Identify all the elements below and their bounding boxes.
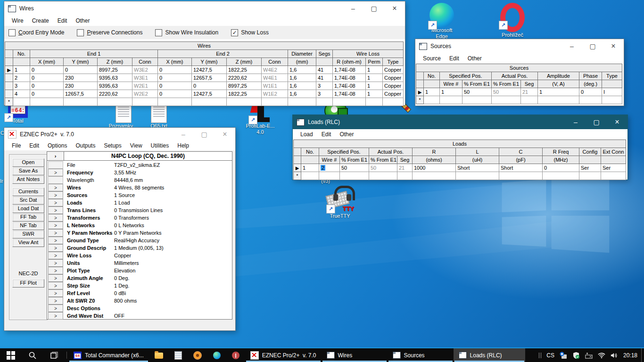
maximize-button[interactable]: ▢ — [586, 115, 607, 129]
group-header-row: No. End 1 End 2 Diameter Segs Wire Loss — [5, 50, 404, 58]
checkbox-preserve-connections[interactable]: Preserve Connections — [77, 29, 142, 36]
save-as-button[interactable]: Save As — [12, 167, 44, 175]
icon-label: ProfiLab-E... — [240, 123, 281, 129]
touch-keyboard-icon[interactable] — [585, 352, 593, 359]
defender-icon[interactable] — [572, 352, 580, 359]
taskbar-edge[interactable] — [207, 348, 226, 362]
ff-tab-button[interactable]: FF Tab — [12, 213, 44, 222]
desktop-icon-edge[interactable]: ↗ Microsoft Edge — [421, 3, 462, 40]
wires-titlebar[interactable]: Wires – ▢ × — [4, 1, 405, 16]
wires-toolbar: Coord Entry Mode Preserve Connections Sh… — [4, 26, 405, 39]
start-button[interactable] — [0, 348, 22, 362]
menu-setups[interactable]: Setups — [99, 142, 125, 149]
taskbar-file-explorer[interactable] — [149, 348, 169, 362]
open-button[interactable]: Open — [12, 158, 44, 167]
maximize-button[interactable]: ▢ — [194, 128, 215, 141]
shortcut-arrow-icon: ↗ — [428, 21, 437, 30]
param-row-plot-type: >Plot TypeElevation — [47, 266, 232, 274]
desktop-icon-truetty[interactable]: TTY ↗ TrueTTY — [320, 186, 360, 219]
antenna-description[interactable]: N4PC Loop (CQ, Dec. 1990) — [64, 152, 232, 160]
menu-edit[interactable]: Edit — [317, 131, 336, 138]
update-tray-icon[interactable] — [560, 352, 567, 359]
param-row-alt-swr-z0: >Alt SWR Z0800 ohms — [47, 296, 232, 304]
icon-label: Prohlížeč — [492, 32, 533, 38]
menu-source[interactable]: Source — [419, 55, 445, 62]
checkbox-show-loss[interactable]: ✓Show Loss — [231, 29, 269, 36]
clock[interactable]: 20:18 — [623, 352, 637, 359]
menu-other[interactable]: Other — [71, 17, 94, 24]
task-view-button[interactable] — [43, 348, 65, 362]
close-button[interactable]: × — [607, 115, 627, 129]
menu-other[interactable]: Other — [335, 131, 358, 138]
eznec-titlebar[interactable]: EZNEC Pro/2+ v. 7.0 – ▢ × — [4, 128, 235, 141]
menu-help[interactable]: Help — [173, 142, 193, 149]
icon-label: TrueTTY — [320, 213, 360, 219]
search-button[interactable] — [22, 348, 43, 362]
menu-load[interactable]: Load — [296, 131, 317, 138]
description-chevron-button[interactable]: › — [47, 152, 64, 160]
load-dat-button[interactable]: Load Dat — [12, 205, 44, 213]
checkbox-icon — [77, 29, 84, 36]
menu-edit[interactable]: Edit — [53, 17, 72, 24]
taskbar-compass-app[interactable] — [188, 348, 207, 362]
form-icon — [459, 352, 467, 359]
loads-titlebar[interactable]: Loads (RLC) – ▢ × — [293, 115, 627, 129]
maximize-button[interactable]: ▢ — [582, 39, 603, 53]
menu-wire[interactable]: Wire — [8, 17, 28, 24]
taskbar-sources[interactable]: Sources — [388, 348, 454, 362]
menu-outputs[interactable]: Outputs — [71, 142, 99, 149]
minimize-button[interactable]: – — [565, 115, 586, 129]
checkbox-coord-entry-mode[interactable]: Coord Entry Mode — [8, 29, 64, 36]
close-button[interactable]: × — [603, 39, 624, 53]
menu-file[interactable]: File — [8, 142, 25, 149]
checkbox-icon — [8, 29, 16, 36]
close-button[interactable]: × — [215, 128, 235, 141]
menu-create[interactable]: Create — [28, 17, 53, 24]
minimize-button[interactable]: – — [173, 128, 194, 141]
show-desktop-button[interactable] — [641, 348, 644, 362]
loads-table: Loads No. Specified Pos. Actual Pos. R L… — [293, 140, 626, 180]
nf-tab-button[interactable]: NF Tab — [12, 222, 44, 230]
src-dat-button[interactable]: Src Dat — [12, 196, 44, 205]
menu-other[interactable]: Other — [463, 55, 486, 62]
menu-edit[interactable]: Edit — [445, 55, 463, 62]
checkbox-show-wire-insulation[interactable]: Show Wire Insulation — [155, 29, 218, 36]
param-row-ref-level: >Ref Level0 dBi — [47, 289, 232, 296]
taskbar-wires[interactable]: Wires — [322, 348, 388, 362]
taskbar-total-commander[interactable]: Total Commander (x6... — [68, 348, 149, 362]
maximize-button[interactable]: ▢ — [363, 1, 384, 16]
menu-view[interactable]: View — [126, 142, 147, 149]
param-row-step-size: >Step Size1 Deg. — [47, 281, 232, 289]
taskbar-notepad[interactable] — [169, 348, 188, 362]
taskbar-loads[interactable]: Loads (RLC) — [454, 348, 525, 362]
eznec-body: Open Save As Ant Notes Currents Src Dat … — [4, 150, 235, 330]
menu-utilities[interactable]: Utilities — [147, 142, 173, 149]
close-button[interactable]: × — [384, 1, 405, 16]
minimize-button[interactable]: – — [561, 39, 582, 53]
current-row-marker: ▶ — [294, 164, 301, 172]
desktop-icon-poznamky[interactable]: Poznamky.... — [103, 104, 144, 129]
view-ant-button[interactable]: View Ant — [12, 239, 44, 247]
ant-notes-button[interactable]: Ant Notes — [12, 175, 44, 184]
param-row-file: FileT2FD_v2_sikma.EZ — [47, 161, 232, 168]
minimize-button[interactable]: – — [343, 1, 363, 16]
language-indicator[interactable]: CS — [546, 352, 554, 359]
volume-icon[interactable] — [611, 352, 618, 359]
hidden-icons-chevron[interactable] — [539, 353, 541, 358]
group-header-row: No. Specified Pos. Actual Pos. Amplitude… — [416, 72, 622, 80]
taskbar-radio-app[interactable] — [226, 348, 245, 362]
ff-plot-button[interactable]: FF Plot — [12, 279, 44, 288]
menu-edit[interactable]: Edit — [25, 142, 43, 149]
desktop-icon-q65[interactable]: Q65.txt — [139, 104, 179, 129]
sources-titlebar[interactable]: Sources – ▢ × — [415, 39, 624, 53]
table-row: ▶ 1008997,25W3E2012427,51822,25W4E21,641… — [5, 66, 404, 74]
menu-options[interactable]: Options — [43, 142, 71, 149]
new-row-marker: * — [5, 98, 13, 106]
swr-button[interactable]: SWR — [12, 230, 44, 239]
desktop-icon-opera[interactable]: ↗ Prohlížeč Opera — [492, 3, 533, 44]
selected-cell[interactable]: 2 — [319, 164, 340, 172]
wifi-icon[interactable] — [598, 352, 605, 359]
taskbar-eznec[interactable]: EZNEC Pro/2+ v. 7.0 — [245, 348, 322, 362]
currents-button[interactable]: Currents — [12, 188, 44, 196]
param-row-l-networks: >L Networks0 L Networks — [47, 221, 232, 229]
